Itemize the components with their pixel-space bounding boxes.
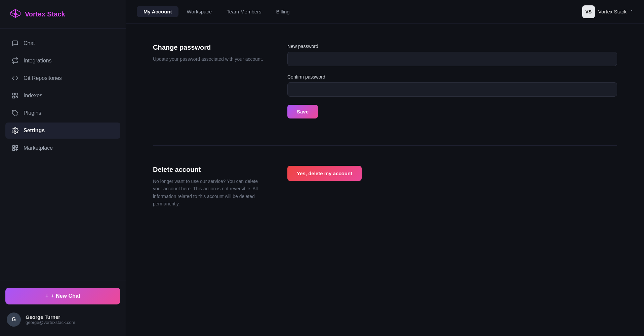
sidebar-item-indexes-label: Indexes [24,93,42,99]
user-email: george@vortexstack.com [26,320,75,325]
sidebar-bottom: + + New Chat G George Turner george@vort… [0,281,126,336]
user-info: G George Turner george@vortexstack.com [5,310,120,329]
tab-billing[interactable]: Billing [270,6,296,17]
new-password-label: New password [287,44,617,49]
vortex-stack-logo-icon [9,8,22,20]
new-chat-plus-icon: + [45,293,48,299]
topnav: My Account Workspace Team Members Billin… [126,0,644,23]
change-password-section: Change password Update your password ass… [153,44,617,118]
sidebar-item-marketplace[interactable]: Marketplace [5,140,120,156]
chat-icon [11,40,19,47]
svg-rect-1 [13,93,15,95]
svg-point-4 [14,130,16,132]
delete-account-right: Yes, delete my account [287,166,617,208]
sidebar-item-git-label: Git Repositories [24,75,62,81]
tab-my-account[interactable]: My Account [137,6,178,17]
confirm-password-label: Confirm password [287,74,617,80]
change-password-title: Change password [153,44,267,51]
sidebar-item-plugins-label: Plugins [24,110,41,116]
confirm-password-input[interactable] [287,82,617,97]
git-icon [11,75,19,82]
indexes-icon [11,92,19,99]
svg-rect-6 [16,146,18,148]
marketplace-icon [11,144,19,152]
change-password-description: Update your password associated with you… [153,55,267,63]
svg-rect-5 [13,146,15,148]
sidebar: Vortex Stack Chat Integrations [0,0,126,336]
user-details: George Turner george@vortexstack.com [26,314,75,325]
sidebar-item-chat[interactable]: Chat [5,35,120,51]
sidebar-logo: Vortex Stack [0,0,126,29]
new-chat-button[interactable]: + + New Chat [5,288,120,304]
svg-rect-2 [16,93,18,95]
sidebar-item-settings-label: Settings [24,128,45,134]
svg-rect-3 [13,96,15,98]
sidebar-item-indexes[interactable]: Indexes [5,88,120,104]
tab-workspace[interactable]: Workspace [180,6,218,17]
delete-account-description: No longer want to use our service? You c… [153,178,267,208]
sidebar-item-integrations[interactable]: Integrations [5,53,120,69]
delete-account-title: Delete account [153,166,267,174]
topnav-avatar: VS [582,5,595,18]
save-password-button[interactable]: Save [287,105,318,118]
sidebar-item-plugins[interactable]: Plugins [5,105,120,121]
avatar: G [7,313,21,327]
new-chat-label: + New Chat [51,293,80,299]
topnav-user[interactable]: VS Vortex Stack ⌃ [582,5,633,18]
new-password-group: New password [287,44,617,66]
sidebar-item-chat-label: Chat [24,40,35,46]
new-password-input[interactable] [287,52,617,66]
svg-point-0 [14,13,17,15]
section-divider [153,145,617,146]
topnav-username: Vortex Stack [598,9,627,14]
plugins-icon [11,109,19,117]
main-content: My Account Workspace Team Members Billin… [126,0,644,336]
change-password-right: New password Confirm password Save [287,44,617,118]
settings-icon [11,127,19,134]
integrations-icon [11,57,19,64]
svg-rect-7 [13,149,15,151]
delete-account-left: Delete account No longer want to use our… [153,166,267,208]
delete-account-button[interactable]: Yes, delete my account [287,166,362,181]
user-name: George Turner [26,314,75,320]
delete-account-section: Delete account No longer want to use our… [153,166,617,208]
sidebar-nav: Chat Integrations Git Repositories [0,29,126,281]
sidebar-item-git-repositories[interactable]: Git Repositories [5,70,120,86]
sidebar-item-marketplace-label: Marketplace [24,145,53,151]
chevron-down-icon: ⌃ [630,9,633,14]
change-password-left: Change password Update your password ass… [153,44,267,118]
tab-team-members[interactable]: Team Members [220,6,268,17]
topnav-tabs: My Account Workspace Team Members Billin… [137,6,579,17]
confirm-password-group: Confirm password [287,74,617,97]
app-name: Vortex Stack [25,10,65,18]
content-area: Change password Update your password ass… [126,23,644,336]
sidebar-item-integrations-label: Integrations [24,58,52,64]
sidebar-item-settings[interactable]: Settings [5,123,120,139]
